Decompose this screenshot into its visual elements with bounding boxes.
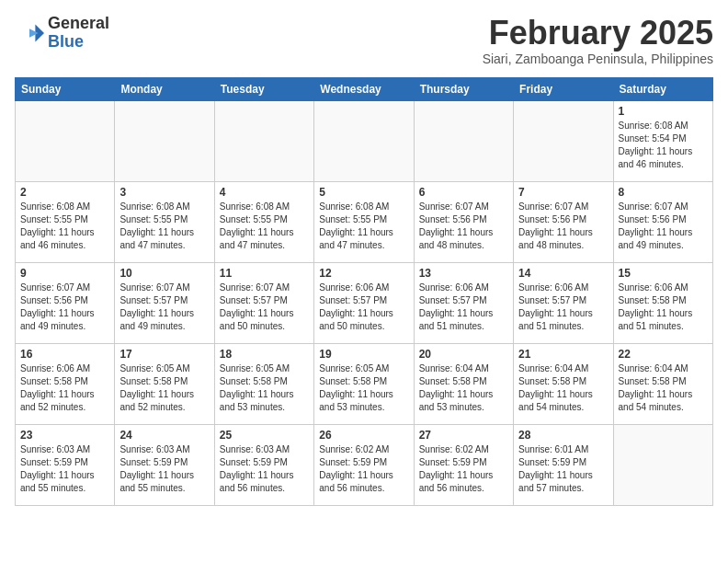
- calendar-cell: 1Sunrise: 6:08 AM Sunset: 5:54 PM Daylig…: [613, 100, 712, 181]
- day-info: Sunrise: 6:08 AM Sunset: 5:55 PM Dayligh…: [20, 201, 109, 252]
- logo: General Blue: [15, 15, 109, 52]
- day-number: 28: [518, 429, 608, 442]
- day-info: Sunrise: 6:05 AM Sunset: 5:58 PM Dayligh…: [319, 362, 408, 414]
- day-number: 25: [220, 429, 309, 442]
- calendar-cell: 20Sunrise: 6:04 AM Sunset: 5:58 PM Dayli…: [414, 343, 513, 424]
- calendar-cell: [16, 100, 115, 181]
- calendar-cell: 26Sunrise: 6:02 AM Sunset: 5:59 PM Dayli…: [314, 424, 414, 505]
- calendar-cell: 24Sunrise: 6:03 AM Sunset: 5:59 PM Dayli…: [115, 424, 214, 505]
- day-number: 20: [419, 348, 508, 361]
- calendar-cell: 17Sunrise: 6:05 AM Sunset: 5:58 PM Dayli…: [115, 343, 214, 424]
- logo-general-text: General: [48, 15, 109, 33]
- day-number: 3: [119, 186, 209, 199]
- day-info: Sunrise: 6:05 AM Sunset: 5:58 PM Dayligh…: [220, 362, 309, 414]
- weekday-header-friday: Friday: [514, 77, 613, 100]
- day-number: 15: [619, 267, 708, 280]
- week-row-3: 9Sunrise: 6:07 AM Sunset: 5:56 PM Daylig…: [16, 262, 713, 343]
- day-number: 9: [20, 267, 109, 280]
- day-number: 10: [119, 267, 209, 280]
- day-info: Sunrise: 6:08 AM Sunset: 5:54 PM Dayligh…: [619, 120, 708, 171]
- day-number: 24: [119, 429, 209, 442]
- day-info: Sunrise: 6:04 AM Sunset: 5:58 PM Dayligh…: [419, 362, 508, 414]
- day-info: Sunrise: 6:07 AM Sunset: 5:56 PM Dayligh…: [518, 201, 608, 252]
- calendar-cell: 12Sunrise: 6:06 AM Sunset: 5:57 PM Dayli…: [314, 262, 414, 343]
- day-info: Sunrise: 6:07 AM Sunset: 5:56 PM Dayligh…: [419, 201, 508, 252]
- calendar-cell: 8Sunrise: 6:07 AM Sunset: 5:56 PM Daylig…: [613, 181, 712, 262]
- day-info: Sunrise: 6:07 AM Sunset: 5:56 PM Dayligh…: [20, 282, 109, 333]
- day-number: 17: [119, 348, 209, 361]
- day-info: Sunrise: 6:07 AM Sunset: 5:57 PM Dayligh…: [220, 282, 309, 333]
- day-info: Sunrise: 6:06 AM Sunset: 5:57 PM Dayligh…: [419, 282, 508, 333]
- weekday-header-saturday: Saturday: [613, 77, 712, 100]
- calendar-cell: [115, 100, 214, 181]
- location: Siari, Zamboanga Peninsula, Philippines: [483, 52, 713, 66]
- day-number: 13: [419, 267, 508, 280]
- day-info: Sunrise: 6:04 AM Sunset: 5:58 PM Dayligh…: [619, 362, 708, 414]
- day-number: 22: [619, 348, 708, 361]
- day-number: 27: [419, 429, 508, 442]
- calendar-cell: 18Sunrise: 6:05 AM Sunset: 5:58 PM Dayli…: [214, 343, 313, 424]
- weekday-header-thursday: Thursday: [414, 77, 513, 100]
- calendar-cell: 15Sunrise: 6:06 AM Sunset: 5:58 PM Dayli…: [613, 262, 712, 343]
- logo-icon: [15, 18, 44, 48]
- day-info: Sunrise: 6:01 AM Sunset: 5:59 PM Dayligh…: [518, 443, 608, 495]
- day-number: 16: [20, 348, 109, 361]
- month-year: February 2025: [483, 15, 713, 52]
- day-info: Sunrise: 6:08 AM Sunset: 5:55 PM Dayligh…: [119, 201, 209, 252]
- calendar-table: SundayMondayTuesdayWednesdayThursdayFrid…: [15, 77, 713, 506]
- week-row-5: 23Sunrise: 6:03 AM Sunset: 5:59 PM Dayli…: [16, 424, 713, 505]
- calendar-cell: 22Sunrise: 6:04 AM Sunset: 5:58 PM Dayli…: [613, 343, 712, 424]
- calendar-cell: 6Sunrise: 6:07 AM Sunset: 5:56 PM Daylig…: [414, 181, 513, 262]
- calendar-cell: 23Sunrise: 6:03 AM Sunset: 5:59 PM Dayli…: [16, 424, 115, 505]
- calendar-cell: 25Sunrise: 6:03 AM Sunset: 5:59 PM Dayli…: [214, 424, 313, 505]
- day-number: 21: [518, 348, 608, 361]
- week-row-1: 1Sunrise: 6:08 AM Sunset: 5:54 PM Daylig…: [16, 100, 713, 181]
- weekday-header-monday: Monday: [115, 77, 214, 100]
- page-header: General Blue February 2025 Siari, Zamboa…: [15, 15, 713, 66]
- calendar-cell: 28Sunrise: 6:01 AM Sunset: 5:59 PM Dayli…: [514, 424, 613, 505]
- calendar-cell: 7Sunrise: 6:07 AM Sunset: 5:56 PM Daylig…: [514, 181, 613, 262]
- day-info: Sunrise: 6:07 AM Sunset: 5:56 PM Dayligh…: [619, 201, 708, 252]
- weekday-header-wednesday: Wednesday: [314, 77, 414, 100]
- calendar-cell: 16Sunrise: 6:06 AM Sunset: 5:58 PM Dayli…: [16, 343, 115, 424]
- calendar-cell: [314, 100, 414, 181]
- calendar-cell: 13Sunrise: 6:06 AM Sunset: 5:57 PM Dayli…: [414, 262, 513, 343]
- calendar-cell: [214, 100, 313, 181]
- day-number: 26: [319, 429, 408, 442]
- day-number: 4: [220, 186, 309, 199]
- calendar-cell: 9Sunrise: 6:07 AM Sunset: 5:56 PM Daylig…: [16, 262, 115, 343]
- day-info: Sunrise: 6:04 AM Sunset: 5:58 PM Dayligh…: [518, 362, 608, 414]
- day-number: 18: [220, 348, 309, 361]
- day-info: Sunrise: 6:03 AM Sunset: 5:59 PM Dayligh…: [220, 443, 309, 495]
- day-info: Sunrise: 6:03 AM Sunset: 5:59 PM Dayligh…: [119, 443, 209, 495]
- calendar-cell: 27Sunrise: 6:02 AM Sunset: 5:59 PM Dayli…: [414, 424, 513, 505]
- day-number: 6: [419, 186, 508, 199]
- day-number: 12: [319, 267, 408, 280]
- calendar-cell: 3Sunrise: 6:08 AM Sunset: 5:55 PM Daylig…: [115, 181, 214, 262]
- day-info: Sunrise: 6:08 AM Sunset: 5:55 PM Dayligh…: [319, 201, 408, 252]
- day-info: Sunrise: 6:06 AM Sunset: 5:58 PM Dayligh…: [619, 282, 708, 333]
- calendar-cell: 10Sunrise: 6:07 AM Sunset: 5:57 PM Dayli…: [115, 262, 214, 343]
- day-info: Sunrise: 6:03 AM Sunset: 5:59 PM Dayligh…: [20, 443, 109, 495]
- day-info: Sunrise: 6:06 AM Sunset: 5:57 PM Dayligh…: [319, 282, 408, 333]
- day-number: 23: [20, 429, 109, 442]
- day-info: Sunrise: 6:07 AM Sunset: 5:57 PM Dayligh…: [119, 282, 209, 333]
- day-number: 11: [220, 267, 309, 280]
- week-row-2: 2Sunrise: 6:08 AM Sunset: 5:55 PM Daylig…: [16, 181, 713, 262]
- day-number: 8: [619, 186, 708, 199]
- day-info: Sunrise: 6:06 AM Sunset: 5:57 PM Dayligh…: [518, 282, 608, 333]
- logo-blue-text: Blue: [48, 33, 109, 52]
- day-number: 2: [20, 186, 109, 199]
- calendar-cell: 21Sunrise: 6:04 AM Sunset: 5:58 PM Dayli…: [514, 343, 613, 424]
- title-block: February 2025 Siari, Zamboanga Peninsula…: [483, 15, 713, 66]
- calendar-cell: 19Sunrise: 6:05 AM Sunset: 5:58 PM Dayli…: [314, 343, 414, 424]
- calendar-cell: 14Sunrise: 6:06 AM Sunset: 5:57 PM Dayli…: [514, 262, 613, 343]
- day-info: Sunrise: 6:05 AM Sunset: 5:58 PM Dayligh…: [119, 362, 209, 414]
- day-number: 5: [319, 186, 408, 199]
- day-number: 14: [518, 267, 608, 280]
- day-info: Sunrise: 6:06 AM Sunset: 5:58 PM Dayligh…: [20, 362, 109, 414]
- calendar-cell: 4Sunrise: 6:08 AM Sunset: 5:55 PM Daylig…: [214, 181, 313, 262]
- calendar-cell: 5Sunrise: 6:08 AM Sunset: 5:55 PM Daylig…: [314, 181, 414, 262]
- calendar-cell: [613, 424, 712, 505]
- calendar-cell: [514, 100, 613, 181]
